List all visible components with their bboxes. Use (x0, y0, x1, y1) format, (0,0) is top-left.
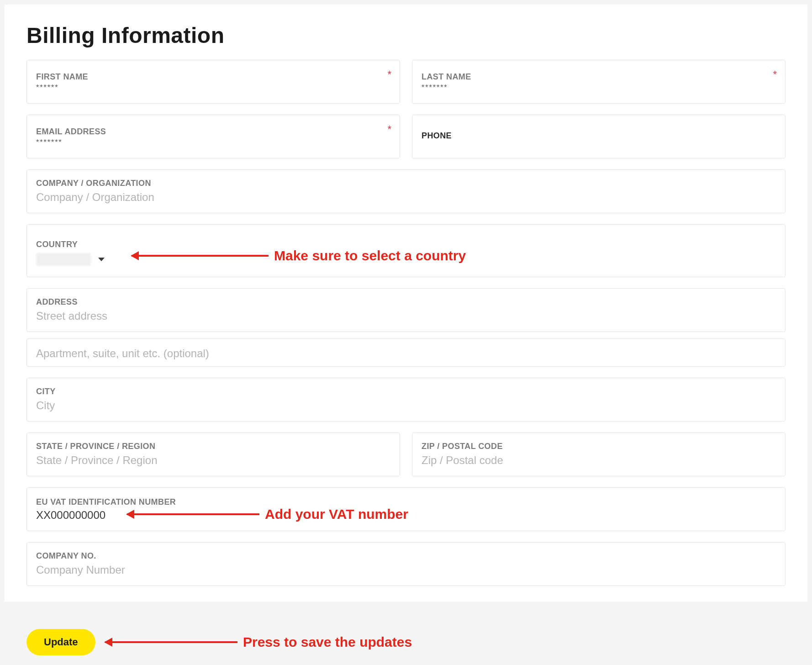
annotation-update-text: Press to save the updates (243, 634, 412, 650)
email-value: ******* (36, 138, 390, 147)
zip-field[interactable]: ZIP / POSTAL CODE (412, 433, 786, 476)
vat-label: EU VAT IDENTIFICATION NUMBER (36, 497, 776, 507)
footer: Update Press to save the updates (5, 602, 807, 665)
company-input[interactable] (36, 190, 776, 205)
last-name-field[interactable]: LAST NAME * ******* (412, 60, 786, 104)
companyno-input[interactable] (36, 563, 776, 577)
vat-field[interactable]: EU VAT IDENTIFICATION NUMBER XX000000000 (26, 487, 786, 531)
page-title: Billing Information (26, 23, 786, 48)
city-field[interactable]: CITY (26, 378, 786, 422)
row-contact: EMAIL ADDRESS * ******* PHONE (26, 115, 786, 158)
country-value-redacted (36, 253, 91, 266)
state-field[interactable]: STATE / PROVINCE / REGION (26, 433, 400, 476)
required-icon: * (387, 123, 391, 135)
city-input[interactable] (36, 398, 776, 413)
billing-card: Billing Information FIRST NAME * ****** … (5, 5, 807, 602)
country-field[interactable]: COUNTRY (26, 224, 786, 277)
address2-input[interactable] (36, 346, 776, 361)
required-icon: * (773, 69, 777, 80)
row-vat: EU VAT IDENTIFICATION NUMBER XX000000000… (26, 487, 786, 531)
row-statezip: STATE / PROVINCE / REGION ZIP / POSTAL C… (26, 433, 786, 476)
address2-field[interactable] (26, 338, 786, 367)
state-input[interactable] (36, 453, 390, 468)
company-field[interactable]: COMPANY / ORGANIZATION (26, 169, 786, 213)
row-company: COMPANY / ORGANIZATION (26, 169, 786, 213)
last-name-label: LAST NAME (422, 72, 776, 82)
companyno-field[interactable]: COMPANY NO. (26, 542, 786, 586)
last-name-value: ******* (422, 84, 776, 92)
phone-label: PHONE (422, 131, 776, 141)
chevron-down-icon (98, 258, 105, 261)
address-label: ADDRESS (36, 297, 776, 307)
row-name: FIRST NAME * ****** LAST NAME * ******* (26, 60, 786, 104)
email-field[interactable]: EMAIL ADDRESS * ******* (26, 115, 400, 158)
row-address: ADDRESS (26, 288, 786, 332)
first-name-field[interactable]: FIRST NAME * ****** (26, 60, 400, 104)
row-city: CITY (26, 378, 786, 422)
zip-input[interactable] (422, 453, 776, 468)
country-label: COUNTRY (36, 240, 776, 249)
required-icon: * (387, 69, 391, 80)
company-label: COMPANY / ORGANIZATION (36, 179, 776, 188)
companyno-label: COMPANY NO. (36, 551, 776, 561)
first-name-label: FIRST NAME (36, 72, 390, 82)
row-address2 (26, 338, 786, 367)
first-name-value: ****** (36, 84, 390, 92)
address-input[interactable] (36, 309, 776, 323)
zip-label: ZIP / POSTAL CODE (422, 442, 776, 451)
city-label: CITY (36, 387, 776, 396)
address-field[interactable]: ADDRESS (26, 288, 786, 332)
phone-field[interactable]: PHONE (412, 115, 786, 158)
vat-value: XX000000000 (36, 509, 776, 522)
email-label: EMAIL ADDRESS (36, 127, 390, 137)
row-country: COUNTRY Make sure to select a country (26, 224, 786, 277)
update-button[interactable]: Update (26, 629, 95, 655)
row-companyno: COMPANY NO. (26, 542, 786, 586)
country-select[interactable] (36, 253, 776, 266)
annotation-update: Press to save the updates (105, 634, 412, 650)
state-label: STATE / PROVINCE / REGION (36, 442, 390, 451)
